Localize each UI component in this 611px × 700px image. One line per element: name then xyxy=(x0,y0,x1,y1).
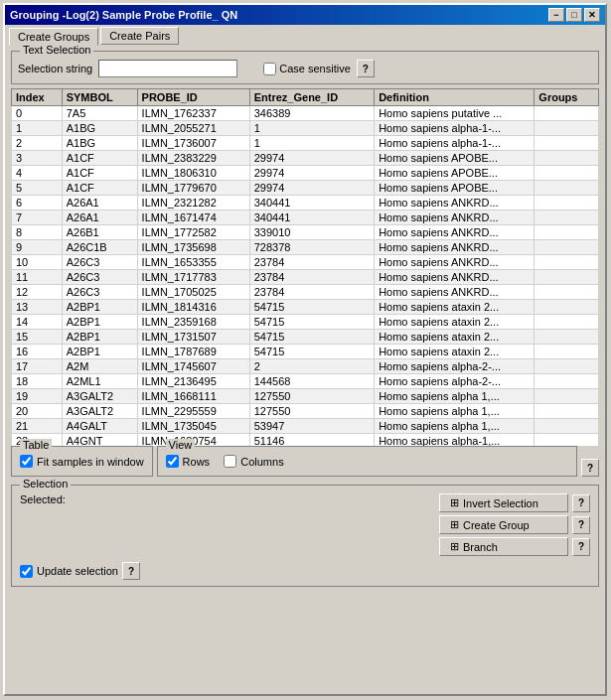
cell-1: A2BP1 xyxy=(62,315,137,330)
table-row[interactable]: 11A26C3ILMN_171778323784Homo sapiens ANK… xyxy=(12,270,599,285)
case-sensitive-checkbox[interactable] xyxy=(263,63,276,75)
cell-2: ILMN_1779670 xyxy=(137,181,249,196)
cell-5 xyxy=(535,359,599,374)
cell-5 xyxy=(535,196,599,210)
cell-1: A2BP1 xyxy=(62,300,137,315)
view-help-button[interactable]: ? xyxy=(581,459,599,477)
table-row[interactable]: 6A26A1ILMN_2321282340441Homo sapiens ANK… xyxy=(12,196,599,210)
cell-1: A26A1 xyxy=(62,196,137,210)
fit-samples-row: Fit samples in window xyxy=(18,451,146,472)
table-row[interactable]: 4A1CFILMN_180631029974Homo sapiens APOBE… xyxy=(12,166,599,181)
cell-5 xyxy=(535,419,599,434)
cell-4: Homo sapiens ANKRD... xyxy=(375,196,535,210)
cell-3: 54715 xyxy=(249,330,374,345)
view-options-row: Rows Columns xyxy=(164,451,570,472)
cell-5 xyxy=(535,315,599,330)
table-row[interactable]: 20A3GALT2ILMN_2295559127550Homo sapiens … xyxy=(12,404,599,419)
cell-3: 1 xyxy=(249,121,374,136)
cell-2: ILMN_2321282 xyxy=(137,196,249,210)
cell-2: ILMN_1814316 xyxy=(137,300,249,315)
cell-3: 340441 xyxy=(249,196,374,210)
table-row[interactable]: 21A4GALTILMN_173504553947Homo sapiens al… xyxy=(12,419,599,434)
cell-2: ILMN_1717783 xyxy=(137,270,249,285)
cell-2: ILMN_1745607 xyxy=(137,359,249,374)
cell-4: Homo sapiens ANKRD... xyxy=(375,240,535,255)
table-row[interactable]: 15A2BP1ILMN_173150754715Homo sapiens ata… xyxy=(12,330,599,345)
update-selection-help[interactable]: ? xyxy=(122,562,140,580)
table-header: Index SYMBOL PROBE_ID Entrez_Gene_ID Def… xyxy=(12,89,599,106)
table-row[interactable]: 12A26C3ILMN_170502523784Homo sapiens ANK… xyxy=(12,285,599,300)
cell-5 xyxy=(535,151,599,166)
cell-0: 9 xyxy=(12,240,63,255)
update-selection-checkbox[interactable] xyxy=(20,565,33,578)
cell-0: 8 xyxy=(12,225,63,240)
create-group-help[interactable]: ? xyxy=(572,516,590,534)
table-row[interactable]: 07A5ILMN_1762337346389Homo sapiens putat… xyxy=(12,106,599,121)
cell-1: A4GNT xyxy=(62,434,137,447)
data-table-container[interactable]: Index SYMBOL PROBE_ID Entrez_Gene_ID Def… xyxy=(11,88,599,446)
cell-0: 12 xyxy=(12,285,63,300)
invert-selection-help[interactable]: ? xyxy=(572,494,590,512)
cell-5 xyxy=(535,210,599,225)
cell-0: 5 xyxy=(12,181,63,196)
table-row[interactable]: 9A26C1BILMN_1735698728378Homo sapiens AN… xyxy=(12,240,599,255)
col-header-symbol: SYMBOL xyxy=(62,89,137,106)
table-row[interactable]: 2A1BGILMN_17360071Homo sapiens alpha-1-.… xyxy=(12,136,599,151)
table-row[interactable]: 8A26B1ILMN_1772582339010Homo sapiens ANK… xyxy=(12,225,599,240)
cell-1: A3GALT2 xyxy=(62,389,137,404)
cell-5 xyxy=(535,434,599,447)
menu-bar: Create Groups Create Pairs xyxy=(5,25,605,47)
table-row[interactable]: 18A2ML1ILMN_2136495144568Homo sapiens al… xyxy=(12,374,599,389)
cell-3: 29974 xyxy=(249,181,374,196)
maximize-button[interactable]: □ xyxy=(566,8,582,22)
rows-checkbox[interactable] xyxy=(166,455,179,468)
table-row[interactable]: 19A3GALT2ILMN_1668111127550Homo sapiens … xyxy=(12,389,599,404)
table-row[interactable]: 1A1BGILMN_20552711Homo sapiens alpha-1-.… xyxy=(12,121,599,136)
minimize-button[interactable]: − xyxy=(548,8,564,22)
fit-samples-checkbox[interactable] xyxy=(20,455,33,468)
cell-0: 1 xyxy=(12,121,63,136)
table-row[interactable]: 10A26C3ILMN_165335523784Homo sapiens ANK… xyxy=(12,255,599,270)
content-area: Text Selection Selection string Case sen… xyxy=(5,47,605,595)
col-header-definition: Definition xyxy=(375,89,535,106)
cell-2: ILMN_2136495 xyxy=(137,374,249,389)
invert-selection-button[interactable]: ⊞ Invert Selection xyxy=(439,493,568,512)
tab-create-pairs[interactable]: Create Pairs xyxy=(100,27,179,45)
cell-5 xyxy=(535,300,599,315)
cell-4: Homo sapiens ataxin 2... xyxy=(375,330,535,345)
create-group-icon: ⊞ xyxy=(450,518,459,531)
main-window: Grouping -Log(2) Sample Probe Profile_ Q… xyxy=(3,3,607,696)
cell-4: Homo sapiens ataxin 2... xyxy=(375,315,535,330)
cell-0: 10 xyxy=(12,255,63,270)
table-row[interactable]: 14A2BP1ILMN_235916854715Homo sapiens ata… xyxy=(12,315,599,330)
cell-5 xyxy=(535,285,599,300)
text-selection-help-button[interactable]: ? xyxy=(357,60,375,77)
col-header-probe-id: PROBE_ID xyxy=(137,89,249,106)
columns-checkbox[interactable] xyxy=(224,455,236,468)
cell-2: ILMN_1736007 xyxy=(137,136,249,151)
table-row[interactable]: 3A1CFILMN_238322929974Homo sapiens APOBE… xyxy=(12,151,599,166)
cell-0: 16 xyxy=(12,345,63,359)
branch-help[interactable]: ? xyxy=(572,538,590,556)
table-row[interactable]: 13A2BP1ILMN_181431654715Homo sapiens ata… xyxy=(12,300,599,315)
cell-0: 14 xyxy=(12,315,63,330)
cell-0: 19 xyxy=(12,389,63,404)
create-group-button[interactable]: ⊞ Create Group xyxy=(439,515,568,534)
branch-button[interactable]: ⊞ Branch xyxy=(439,537,568,556)
cell-1: 7A5 xyxy=(62,106,137,121)
cell-5 xyxy=(535,166,599,181)
cell-0: 0 xyxy=(12,106,63,121)
table-row[interactable]: 16A2BP1ILMN_178768954715Homo sapiens ata… xyxy=(12,345,599,359)
cell-0: 13 xyxy=(12,300,63,315)
action-buttons: ⊞ Invert Selection ? ⊞ Create Group ? xyxy=(439,493,590,556)
invert-selection-row: ⊞ Invert Selection ? xyxy=(439,493,590,512)
cell-1: A26A1 xyxy=(62,210,137,225)
selection-string-input[interactable] xyxy=(98,60,237,77)
cell-1: A1CF xyxy=(62,181,137,196)
table-row[interactable]: 17A2MILMN_17456072Homo sapiens alpha-2-.… xyxy=(12,359,599,374)
table-row[interactable]: 22A4GNTILMN_168075451146Homo sapiens alp… xyxy=(12,434,599,447)
table-row[interactable]: 5A1CFILMN_177967029974Homo sapiens APOBE… xyxy=(12,181,599,196)
close-button[interactable]: ✕ xyxy=(584,8,600,22)
table-row[interactable]: 7A26A1ILMN_1671474340441Homo sapiens ANK… xyxy=(12,210,599,225)
selection-string-label: Selection string xyxy=(18,63,92,74)
